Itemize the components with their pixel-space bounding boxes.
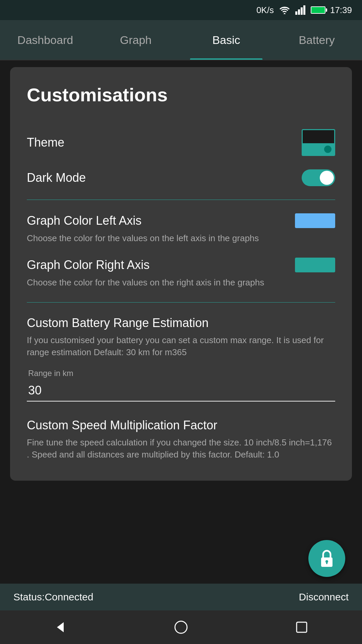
svg-rect-1: [298, 9, 300, 15]
card-title: Customisations: [27, 84, 335, 106]
home-button[interactable]: [171, 617, 191, 637]
divider-1: [27, 200, 335, 200]
svg-point-8: [175, 621, 187, 633]
graph-color-right-title-row: Graph Color Right Axis: [27, 258, 335, 272]
wifi-icon: [279, 5, 291, 15]
dark-mode-row: Dark Mode: [27, 163, 335, 193]
theme-thumbnail-bottom: [303, 143, 334, 155]
dark-mode-label: Dark Mode: [27, 171, 86, 185]
svg-rect-0: [295, 11, 297, 15]
graph-color-right-label: Graph Color Right Axis: [27, 258, 149, 272]
svg-rect-3: [303, 5, 305, 15]
battery-range-desc: If you customised your battery you can s…: [27, 334, 335, 359]
speed-factor-section: Custom Speed Multiplication Factor Fine …: [27, 412, 335, 468]
back-button[interactable]: [50, 617, 70, 637]
home-icon: [174, 620, 188, 634]
tab-basic[interactable]: Basic: [181, 20, 272, 60]
graph-color-left-label: Graph Color Left Axis: [27, 214, 141, 228]
back-icon: [54, 621, 67, 634]
theme-dot: [324, 146, 331, 153]
lock-fab[interactable]: [308, 540, 345, 577]
customisations-card: Customisations Theme Dark Mode Graph Col…: [10, 67, 352, 481]
svg-marker-7: [57, 622, 64, 632]
range-input-value[interactable]: 30: [28, 383, 42, 397]
battery-fill: [311, 7, 325, 13]
graph-color-right-section: Graph Color Right Axis Choose the color …: [27, 251, 335, 295]
battery-range-section: Custom Battery Range Estimation If you c…: [27, 309, 335, 412]
right-axis-color-swatch[interactable]: [295, 258, 335, 272]
status-icons: 0K/s 17:39: [256, 5, 352, 15]
speed-factor-label: Custom Speed Multiplication Factor: [27, 418, 217, 432]
recents-button[interactable]: [292, 617, 312, 637]
nav-bar: [0, 610, 362, 644]
clock: 17:39: [330, 5, 352, 15]
main-content: Customisations Theme Dark Mode Graph Col…: [0, 60, 362, 584]
battery-range-label: Custom Battery Range Estimation: [27, 316, 208, 330]
connection-status: Status:Connected: [13, 591, 94, 603]
graph-color-left-title-row: Graph Color Left Axis: [27, 213, 335, 228]
toggle-knob: [320, 171, 334, 185]
svg-rect-6: [326, 561, 327, 564]
graph-color-right-desc: Choose the color for the values on the r…: [27, 276, 335, 288]
tab-battery[interactable]: Battery: [272, 20, 362, 60]
graph-color-left-section: Graph Color Left Axis Choose the color f…: [27, 207, 335, 251]
theme-label: Theme: [27, 136, 64, 150]
tab-dashboard[interactable]: Dashboard: [0, 20, 90, 60]
network-speed: 0K/s: [256, 5, 274, 15]
speed-factor-desc: Fine tune the speed calculation if you c…: [27, 436, 335, 461]
battery-range-title-row: Custom Battery Range Estimation: [27, 316, 335, 330]
bottom-status-bar: Status:Connected Disconnect: [0, 584, 362, 610]
tab-bar: Dashboard Graph Basic Battery: [0, 20, 362, 60]
status-bar: 0K/s 17:39: [0, 0, 362, 20]
range-label: Range in km: [27, 369, 335, 378]
left-axis-color-swatch[interactable]: [295, 213, 335, 228]
theme-row: Theme: [27, 122, 335, 163]
recents-icon: [295, 621, 308, 634]
disconnect-button[interactable]: Disconnect: [299, 591, 349, 603]
svg-rect-9: [297, 622, 307, 632]
graph-color-left-desc: Choose the color for the values on the l…: [27, 232, 335, 244]
lock-icon: [318, 549, 335, 568]
tab-graph[interactable]: Graph: [90, 20, 181, 60]
signal-icon: [295, 5, 306, 15]
battery-icon: [311, 6, 325, 14]
range-input-row: 30: [27, 380, 335, 401]
theme-thumbnail[interactable]: [302, 129, 335, 156]
svg-rect-2: [301, 7, 303, 15]
divider-2: [27, 302, 335, 303]
dark-mode-toggle[interactable]: [302, 169, 335, 186]
speed-factor-title-row: Custom Speed Multiplication Factor: [27, 418, 335, 432]
